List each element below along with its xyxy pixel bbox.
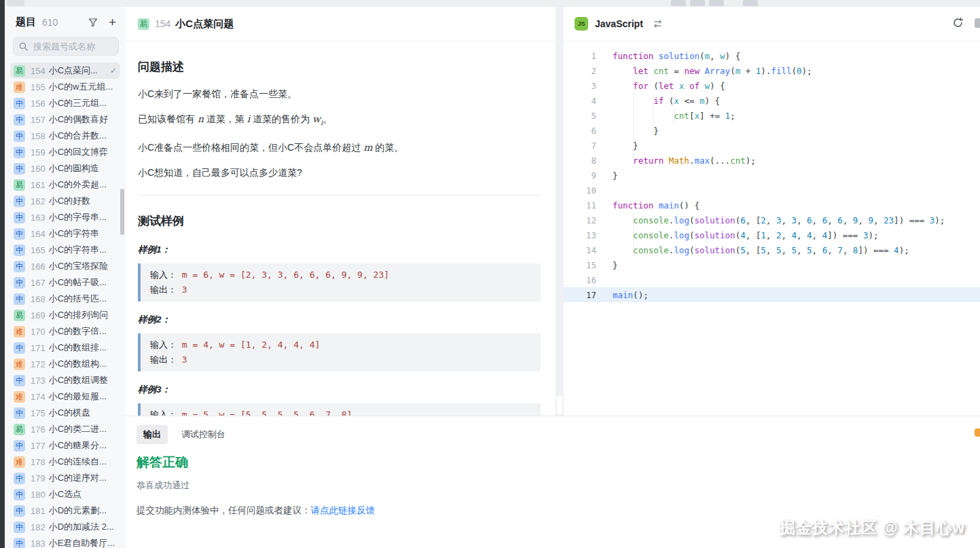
switch-language-icon[interactable] (653, 20, 663, 28)
line-number: 3 (564, 81, 596, 91)
tab-debug-console[interactable]: 调试控制台 (175, 425, 232, 444)
code-line[interactable]: 13 console.log(solution(4, [1, 2, 4, 4, … (564, 227, 980, 242)
code-line[interactable]: 4 if (x <= m) { (564, 93, 980, 108)
code-line[interactable]: 3 for (let x of w) { (564, 78, 980, 93)
problem-number: 158 (31, 131, 46, 141)
problem-title: 小C的数字倍... (49, 325, 107, 337)
line-number: 8 (564, 156, 596, 166)
add-problem-icon[interactable]: + (109, 18, 116, 27)
window-chrome-tab (7, 0, 24, 6)
problem-list-item[interactable]: 中183小E君自助餐厅... (10, 535, 120, 548)
window-left-edge (0, 0, 5, 548)
javascript-icon: JS (575, 17, 588, 31)
problem-number: 169 (31, 310, 46, 321)
problem-number: 166 (31, 261, 46, 272)
problem-title: 小C的数组构... (49, 358, 107, 370)
problem-list-item[interactable]: 易169小C的排列询问 (10, 307, 120, 323)
problem-list-item[interactable]: 中162小C的好数 (10, 193, 120, 209)
difficulty-badge: 中 (14, 538, 25, 548)
difficulty-badge: 易 (138, 18, 149, 30)
problem-number: 165 (31, 245, 46, 255)
problem-number: 167 (31, 278, 46, 288)
problem-list-item[interactable]: 中158小C的合并数... (10, 128, 120, 144)
sample-label: 样例2： (138, 314, 541, 326)
code-line[interactable]: 16 (564, 272, 980, 287)
difficulty-badge: 易 (14, 65, 25, 77)
sidebar-scrollbar[interactable] (120, 189, 124, 235)
reset-code-icon[interactable] (952, 17, 964, 29)
search-input[interactable] (32, 41, 113, 52)
problem-list-item[interactable]: 中179小C的逆序对... (10, 470, 120, 486)
feedback-link[interactable]: 请点此链接反馈 (311, 505, 376, 515)
problem-list-item[interactable]: 中156小C的三元组... (10, 95, 120, 111)
code-line[interactable]: 14 console.log(solution(5, [5, 5, 5, 5, … (564, 242, 980, 257)
problem-title: 小C的偶数喜好 (49, 113, 108, 126)
problem-number: 179 (31, 473, 46, 483)
code-line[interactable]: 2 let cnt = new Array(m + 1).fill(0); (564, 63, 980, 78)
code-line[interactable]: 12 console.log(solution(6, [2, 3, 3, 6, … (564, 213, 980, 227)
problem-list-item[interactable]: 难174小C的最短服... (10, 388, 120, 405)
problem-number: 168 (31, 294, 46, 304)
problem-scrollbar-thumb[interactable] (557, 395, 562, 414)
window-chrome-tab (690, 0, 705, 6)
problem-number: 154 (31, 66, 46, 76)
problem-list-item[interactable]: 中171小C的数组排... (10, 340, 120, 356)
description-paragraph: 小C准备点一些价格相同的菜，但小C不会点单价超过 m 的菜。 (138, 142, 541, 153)
problem-header: 易 154 小C点菜问题 (126, 7, 556, 41)
problem-list-item[interactable]: 中168小C的括号匹... (10, 291, 120, 307)
problem-list-item[interactable]: 中177小C的糖果分... (10, 437, 120, 454)
tab-output[interactable]: 输出 (137, 425, 168, 444)
difficulty-badge: 中 (14, 375, 25, 386)
line-number: 13 (564, 230, 596, 240)
problem-list-item[interactable]: 中157小C的偶数喜好 (10, 111, 120, 128)
problem-list-item[interactable]: 中180小C选点 (10, 486, 120, 503)
problem-list-item[interactable]: 易176小C的类二进... (10, 421, 120, 437)
problem-list-item[interactable]: 难178小C的连续自... (10, 454, 120, 470)
code-line[interactable]: 5 cnt[x] += 1; (564, 108, 980, 123)
problem-list-item[interactable]: 中160小C的圆构造 (10, 160, 120, 177)
difficulty-badge: 难 (14, 456, 25, 468)
code-line[interactable]: 10 (564, 183, 980, 198)
difficulty-badge: 中 (14, 130, 25, 142)
problem-list-item[interactable]: 难172小C的数组构... (10, 356, 120, 372)
problem-list-item[interactable]: 中181小D的元素删... (10, 503, 120, 519)
problem-list-item[interactable]: 中166小C的宝塔探险 (10, 258, 120, 274)
description-paragraph: 已知该餐馆有 n 道菜，第 i 道菜的售价为 wi。 (138, 113, 541, 128)
problem-list-item[interactable]: 中165小C的字符串... (10, 242, 120, 258)
code-line[interactable]: 17main(); (564, 287, 980, 302)
problem-number: 178 (31, 457, 46, 467)
problem-title: 小C点菜问题 (175, 18, 234, 31)
problem-list-item[interactable]: 中164小C的字符串 (10, 225, 120, 242)
code-editor[interactable]: 1function solution(m, w) {2 let cnt = ne… (564, 41, 980, 416)
filter-icon[interactable] (88, 18, 98, 27)
beta-notice-text: 提交功能内测体验中，任何问题或者建议： (137, 505, 311, 515)
code-line[interactable]: 9} (564, 168, 980, 183)
problem-list-item[interactable]: 中159小C的回文博弈 (10, 144, 120, 160)
code-line[interactable]: 7 } (564, 138, 980, 153)
code-line[interactable]: 15} (564, 257, 980, 272)
problem-number: 171 (31, 343, 46, 353)
code-line[interactable]: 8 return Math.max(...cnt); (564, 153, 980, 168)
problem-list-item[interactable]: 难170小C的数字倍... (10, 323, 120, 340)
problem-list-item[interactable]: 易154小C点菜问...✓ (10, 62, 120, 79)
clipped-toolbar-icon[interactable] (975, 18, 980, 28)
search-box[interactable] (13, 37, 119, 56)
problem-title: 小C的宝塔探险 (49, 260, 108, 272)
description-heading: 问题描述 (138, 59, 541, 75)
problem-list-item[interactable]: 中163小C的字母串... (10, 209, 120, 225)
problem-list-item[interactable]: 中167小C的帖子吸... (10, 274, 120, 291)
problem-title: 小D的加减法 2... (49, 521, 114, 533)
problem-list-item[interactable]: 中175小C的棋盘 (10, 405, 120, 421)
difficulty-badge: 中 (14, 244, 25, 256)
problem-list-item[interactable]: 难155小C的w五元组... (10, 79, 120, 95)
editor-header: JS JavaScript (564, 7, 980, 41)
difficulty-badge: 中 (14, 505, 25, 517)
code-line[interactable]: 6 } (564, 123, 980, 138)
line-number: 12 (564, 215, 596, 225)
problem-title: 小C的括号匹... (49, 293, 107, 305)
problem-list-item[interactable]: 易161小C的外卖超... (10, 177, 120, 193)
problem-list-item[interactable]: 中173小C的数组调整 (10, 372, 120, 388)
code-line[interactable]: 11function main() { (564, 198, 980, 213)
problem-list-item[interactable]: 中182小D的加减法 2... (10, 519, 120, 535)
code-line[interactable]: 1function solution(m, w) { (564, 48, 980, 63)
